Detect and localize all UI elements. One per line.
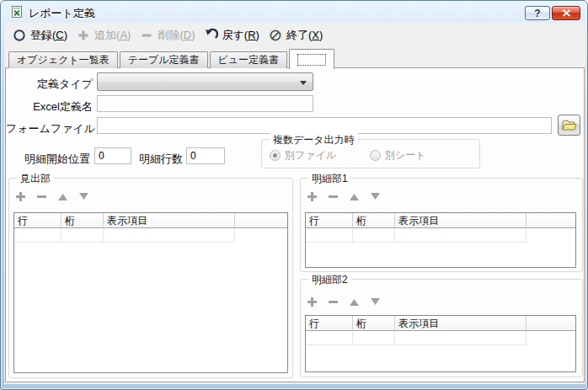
triangle-down-icon	[370, 191, 381, 202]
client-area: 登録(C) 追加(A) 削除(D) 戻す(R)	[4, 23, 585, 384]
triangle-down-icon	[78, 191, 89, 202]
column-row: 行	[306, 316, 353, 331]
record-circle-icon	[13, 29, 26, 42]
tab-report-definition-active[interactable]	[289, 49, 334, 69]
column-filler	[527, 316, 575, 331]
tab-table-definition-label: テーブル定義書	[128, 53, 200, 67]
header-move-down-button[interactable]	[77, 190, 90, 203]
window-title: レポート定義	[29, 6, 95, 21]
tab-view-definition[interactable]: ビュー定義書	[210, 51, 288, 68]
radio-separate-file[interactable]: 別ファイル	[270, 148, 336, 163]
revert-button[interactable]: 戻す(R)	[205, 28, 259, 43]
caption-buttons: ?	[525, 6, 580, 20]
folder-icon	[562, 120, 577, 131]
undo-icon	[205, 29, 218, 42]
radio-separate-sheet[interactable]: 別シート	[370, 148, 426, 163]
help-button[interactable]: ?	[525, 6, 550, 20]
register-label: 登録(C)	[30, 28, 67, 43]
detail1-add-row-button[interactable]	[305, 190, 318, 203]
tab-view-definition-label: ビュー定義書	[218, 53, 280, 67]
detail-row-count-label: 明細行数	[139, 152, 183, 167]
add-button[interactable]: 追加(A)	[77, 28, 131, 43]
plus-icon	[307, 297, 318, 307]
plus-icon	[15, 191, 26, 202]
plus-icon	[307, 191, 318, 202]
header-add-row-button[interactable]	[13, 190, 27, 203]
detail2-section-title: 明細部2	[308, 273, 351, 287]
header-section: 見出部 行	[8, 178, 293, 378]
detail-start-position-label: 明細開始位置	[6, 152, 90, 167]
column-display-item: 表示項目	[104, 213, 235, 228]
exit-label: 終了(X)	[286, 28, 323, 43]
detail1-move-down-button[interactable]	[368, 190, 382, 203]
detail2-move-up-button[interactable]	[347, 295, 361, 308]
empty-grid-row	[14, 228, 287, 243]
minus-icon	[328, 191, 339, 202]
detail2-section-toolbar	[305, 295, 382, 308]
column-display-item: 表示項目	[395, 316, 527, 331]
grid-header: 行 桁 表示項目	[306, 213, 575, 228]
triangle-up-icon	[349, 297, 360, 307]
column-display-item: 表示項目	[395, 213, 527, 228]
tab-table-definition[interactable]: テーブル定義書	[120, 51, 208, 68]
column-filler	[235, 213, 287, 228]
toolbar: 登録(C) 追加(A) 削除(D) 戻す(R)	[4, 23, 585, 48]
excel-definition-name-input[interactable]	[97, 95, 313, 112]
titlebar: レポート定義 ?	[1, 1, 587, 23]
tab-object-list[interactable]: オブジェクト一覧表	[8, 51, 118, 68]
cancel-icon	[269, 29, 282, 42]
radio-separate-file-label: 別ファイル	[285, 148, 336, 163]
detail2-section: 明細部2 行	[300, 279, 583, 377]
column-digit: 桁	[353, 316, 395, 331]
detail1-remove-row-button[interactable]	[326, 190, 339, 203]
detail-row-count-input[interactable]	[186, 147, 225, 164]
help-icon: ?	[534, 8, 540, 19]
register-button[interactable]: 登録(C)	[13, 28, 67, 43]
empty-grid-row	[306, 228, 575, 243]
empty-grid-row	[306, 331, 575, 345]
delete-label: 削除(D)	[158, 28, 195, 43]
tab-strip: オブジェクト一覧表 テーブル定義書 ビュー定義書	[8, 48, 336, 68]
detail1-section-toolbar	[305, 190, 382, 203]
header-rows-grid[interactable]: 行 桁 表示項目	[13, 212, 288, 373]
detail2-move-down-button[interactable]	[368, 295, 382, 308]
definition-type-label: 定義タイプ	[6, 77, 93, 92]
triangle-down-icon	[370, 297, 381, 307]
tab-page: 定義タイプ Excel定義名 フォームファイル 明細開始位置 明細行数	[5, 67, 585, 382]
detail2-add-row-button[interactable]	[305, 295, 318, 308]
tab-focus-rectangle	[297, 54, 326, 66]
header-section-toolbar	[13, 190, 90, 203]
grid-header: 行 桁 表示項目	[306, 316, 575, 331]
minus-icon	[140, 29, 153, 42]
report-definition-window: レポート定義 ? 登録(C)	[0, 0, 588, 390]
multi-data-output-group: 複数データ出力時 別ファイル 別シート	[261, 139, 480, 168]
detail2-rows-grid[interactable]: 行 桁 表示項目	[305, 315, 576, 372]
browse-folder-button[interactable]	[558, 115, 580, 136]
definition-type-select[interactable]	[97, 72, 313, 91]
column-row: 行	[306, 213, 353, 228]
detail1-section: 明細部1 行	[300, 178, 583, 272]
detail2-remove-row-button[interactable]	[326, 295, 339, 308]
detail1-rows-grid[interactable]: 行 桁 表示項目	[305, 212, 576, 268]
radio-separate-sheet-label: 別シート	[385, 148, 426, 163]
grid-header: 行 桁 表示項目	[14, 213, 287, 228]
excel-definition-name-label: Excel定義名	[6, 99, 93, 115]
excel-document-icon	[10, 5, 24, 19]
radio-unselected-icon	[370, 150, 381, 161]
radio-selected-icon	[270, 150, 281, 161]
header-remove-row-button[interactable]	[35, 190, 48, 203]
minus-icon	[36, 191, 47, 202]
detail1-move-up-button[interactable]	[347, 190, 361, 203]
triangle-up-icon	[349, 191, 360, 202]
delete-button[interactable]: 削除(D)	[140, 28, 195, 43]
multi-data-output-title: 複数データ出力時	[270, 133, 358, 147]
form-file-input[interactable]	[97, 117, 552, 134]
plus-icon	[77, 29, 90, 42]
column-digit: 桁	[353, 213, 395, 228]
header-move-up-button[interactable]	[56, 190, 69, 203]
detail-start-position-input[interactable]	[94, 147, 131, 164]
tab-object-list-label: オブジェクト一覧表	[17, 53, 110, 67]
column-digit: 桁	[61, 213, 104, 228]
exit-button[interactable]: 終了(X)	[269, 28, 323, 43]
close-button[interactable]	[552, 6, 580, 20]
